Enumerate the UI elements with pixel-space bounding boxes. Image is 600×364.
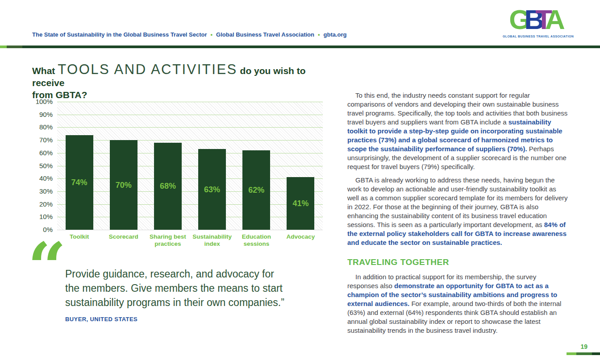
gbta-logo: GBTA GLOBAL BUSINESS TRAVEL ASSOCIATION bbox=[503, 5, 570, 38]
bar-sharing-best-practices: 68% bbox=[154, 143, 182, 230]
title-emphasis: TOOLS AND ACTIVITIES bbox=[58, 62, 238, 77]
bar-education-sessions: 62% bbox=[242, 150, 270, 230]
y-tick: 20% bbox=[32, 200, 53, 208]
gbta-logo-letters: GBTA bbox=[503, 5, 570, 34]
paragraph: GBTA is already working to address these… bbox=[347, 176, 569, 247]
bar-slot: 62% bbox=[234, 102, 279, 230]
paragraph: In addition to practical support for its… bbox=[347, 273, 569, 335]
page-number: 19 bbox=[580, 343, 588, 350]
logo-letter-t: T bbox=[535, 5, 550, 34]
y-tick: 30% bbox=[32, 187, 53, 195]
breadcrumb: The State of Sustainability in the Globa… bbox=[32, 31, 347, 38]
x-axis: ToolkitScorecardSharing best practicesSu… bbox=[57, 233, 323, 248]
bar-advocacy: 41% bbox=[287, 177, 314, 230]
y-axis: 100%90%80%70%60%50%40%30%20%10%0% bbox=[32, 102, 53, 230]
y-tick: 50% bbox=[32, 162, 53, 170]
section-heading: TRAVELING TOGETHER bbox=[347, 258, 569, 267]
footer-bar bbox=[567, 352, 600, 355]
breadcrumb-item: Global Business Travel Association bbox=[216, 31, 314, 38]
y-tick: 40% bbox=[32, 174, 53, 182]
plot-area: 74%70%68%63%62%41% bbox=[57, 102, 323, 230]
report-page: The State of Sustainability in the Globa… bbox=[0, 0, 600, 364]
article-section-body: In addition to practical support for its… bbox=[347, 273, 569, 335]
bar-slot: 63% bbox=[190, 102, 234, 230]
divider-segment-light bbox=[0, 46, 7, 48]
y-tick: 70% bbox=[32, 136, 53, 144]
body-text: GBTA is already working to address these… bbox=[347, 176, 568, 228]
pull-quote: Provide guidance, research, and advocacy… bbox=[65, 267, 335, 323]
bar-value-label: 70% bbox=[110, 180, 138, 190]
bar-value-label: 74% bbox=[66, 178, 93, 187]
footer-segment-medium bbox=[576, 352, 592, 355]
x-label: Sustainability index bbox=[190, 233, 234, 248]
article-column: To this end, the industry needs constant… bbox=[347, 91, 569, 339]
footer-segment-dark bbox=[592, 352, 600, 355]
bar-value-label: 63% bbox=[198, 185, 226, 194]
footer-segment-light bbox=[567, 352, 576, 355]
quote-text: Provide guidance, research, and advocacy… bbox=[65, 267, 335, 310]
bar-toolkit: 74% bbox=[66, 135, 93, 230]
header-divider-bar bbox=[0, 46, 600, 48]
y-tick: 100% bbox=[32, 98, 53, 106]
quote-attribution: BUYER, UNITED STATES bbox=[65, 316, 335, 323]
bar-scorecard: 70% bbox=[110, 140, 138, 230]
bar-slot: 70% bbox=[101, 102, 146, 230]
x-label: Scorecard bbox=[101, 233, 146, 248]
breadcrumb-item: gbta.org bbox=[324, 31, 347, 38]
y-tick: 80% bbox=[32, 123, 53, 131]
y-tick: 60% bbox=[32, 149, 53, 157]
y-tick: 10% bbox=[32, 213, 53, 221]
bar-chart: 100%90%80%70%60%50%40%30%20%10%0% 74%70%… bbox=[32, 99, 327, 253]
divider-segment-dark bbox=[22, 46, 600, 48]
gbta-logo-subtext: GLOBAL BUSINESS TRAVEL ASSOCIATION bbox=[503, 35, 570, 38]
x-label: Advocacy bbox=[279, 233, 323, 248]
x-label: Sharing best practices bbox=[146, 233, 190, 248]
bar-sustainability-index: 63% bbox=[198, 149, 226, 230]
page-title: What TOOLS AND ACTIVITIES do you wish to… bbox=[32, 62, 336, 100]
title-prefix: What bbox=[32, 66, 58, 76]
divider-segment-medium bbox=[7, 46, 22, 48]
y-tick: 90% bbox=[32, 111, 53, 119]
bar-slot: 68% bbox=[146, 102, 190, 230]
x-label: Education sessions bbox=[234, 233, 279, 248]
breadcrumb-item: The State of Sustainability in the Globa… bbox=[32, 31, 207, 38]
bar-slot: 41% bbox=[279, 102, 323, 230]
bar-value-label: 41% bbox=[287, 199, 314, 208]
bar-value-label: 62% bbox=[242, 186, 270, 195]
paragraph: To this end, the industry needs constant… bbox=[347, 91, 569, 171]
page-title-line1: What TOOLS AND ACTIVITIES do you wish to… bbox=[32, 62, 336, 88]
breadcrumb-separator: • bbox=[211, 31, 213, 38]
bars: 74%70%68%63%62%41% bbox=[57, 102, 323, 230]
bar-slot: 74% bbox=[57, 102, 101, 230]
gridline bbox=[57, 230, 323, 230]
breadcrumb-separator: • bbox=[318, 31, 320, 38]
quote-mark-icon: “ bbox=[28, 244, 66, 289]
bar-value-label: 68% bbox=[154, 182, 182, 191]
article-top: To this end, the industry needs constant… bbox=[347, 91, 569, 247]
